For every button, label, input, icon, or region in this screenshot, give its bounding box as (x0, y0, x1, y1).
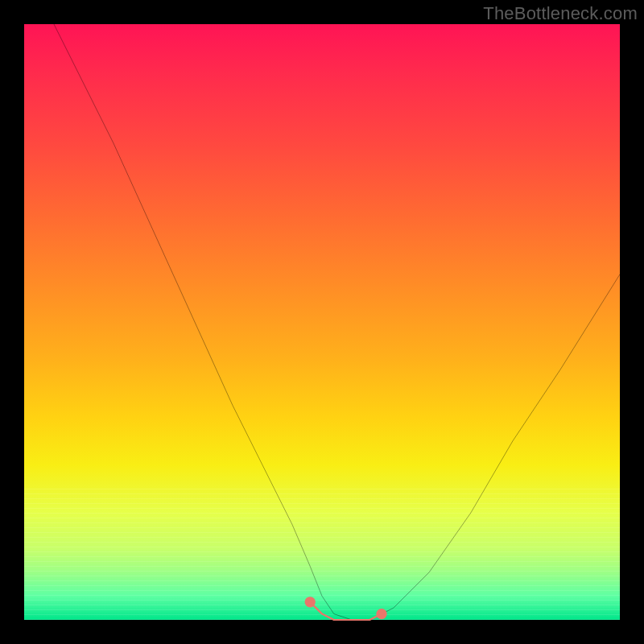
trough-end-right (376, 609, 386, 619)
trough-end-left (305, 597, 316, 607)
curve-svg (24, 24, 620, 620)
bottleneck-curve (54, 24, 620, 620)
chart-frame: TheBottleneck.com (0, 0, 644, 644)
watermark-text: TheBottleneck.com (483, 3, 638, 24)
trough-highlight (310, 602, 382, 620)
plot-area (24, 24, 620, 620)
